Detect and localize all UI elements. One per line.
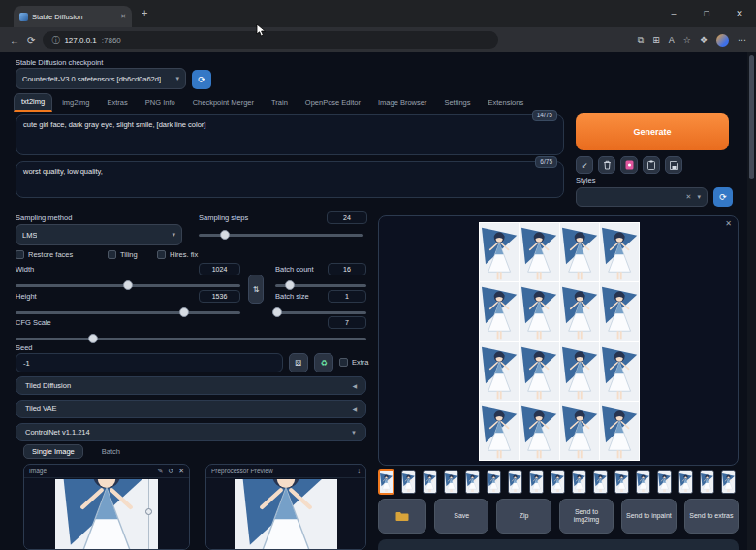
tab-openpose-editor[interactable]: OpenPose Editor — [298, 94, 368, 112]
width-value[interactable]: 1024 — [199, 263, 240, 275]
gallery-thumbnail[interactable] — [721, 470, 736, 494]
gallery-thumbnail[interactable] — [636, 470, 650, 494]
zip-button[interactable]: Zip — [496, 499, 551, 534]
tab-png-info[interactable]: PNG Info — [138, 94, 183, 112]
refresh-checkpoint-button[interactable]: ⟳ — [192, 70, 211, 89]
tab-extensions[interactable]: Extensions — [481, 94, 532, 112]
slider-handle[interactable] — [179, 307, 189, 317]
gallery-thumbnail[interactable] — [572, 470, 586, 494]
tab-extras[interactable]: Extras — [100, 94, 136, 112]
gallery-thumbnail[interactable] — [401, 470, 416, 494]
height-value[interactable]: 1536 — [199, 290, 240, 303]
profile-avatar[interactable] — [716, 34, 729, 47]
batch-size-value[interactable]: 1 — [328, 290, 366, 303]
height-slider[interactable] — [16, 307, 240, 317]
controlnet-image-area[interactable] — [24, 479, 189, 549]
gallery-thumbnail[interactable] — [508, 470, 522, 494]
gallery-thumbnail[interactable] — [551, 470, 565, 494]
negative-prompt-input[interactable]: worst quality, low quality, — [16, 161, 564, 198]
extra-seed-checkbox[interactable]: Extra — [339, 358, 369, 367]
clear-image-icon[interactable]: ✕ — [178, 468, 184, 475]
split-screen-icon[interactable]: ⧉ — [638, 35, 644, 46]
refresh-styles-button[interactable]: ⟳ — [713, 187, 733, 207]
browser-menu-icon[interactable]: ⋯ — [738, 35, 746, 45]
save-style-button[interactable] — [665, 156, 682, 174]
width-slider[interactable] — [16, 280, 240, 290]
tiled-vae-accordion[interactable]: Tiled VAE ◀ — [16, 400, 366, 418]
send-to-extras-button[interactable]: Send to extras — [684, 499, 739, 534]
controlnet-tab-single-image[interactable]: Single Image — [23, 444, 83, 459]
hires-fix-checkbox[interactable]: Hires. fix — [157, 250, 198, 259]
scrollbar-thumb[interactable] — [749, 55, 754, 179]
download-icon[interactable]: ↓ — [358, 468, 362, 474]
tab-close-icon[interactable]: ✕ — [120, 13, 126, 20]
sampling-method-dropdown[interactable]: LMS ▾ — [16, 224, 182, 245]
tab-img2img[interactable]: img2img — [54, 94, 97, 112]
gallery-close-icon[interactable]: ✕ — [725, 219, 732, 228]
slider-handle[interactable] — [123, 280, 133, 290]
sampling-steps-value[interactable]: 24 — [327, 211, 367, 224]
site-info-icon[interactable]: ⓘ — [51, 35, 59, 46]
extra-networks-button[interactable] — [620, 156, 638, 174]
back-icon[interactable]: ← — [10, 35, 19, 46]
random-seed-button[interactable]: ⚄ — [289, 353, 308, 372]
controlnet-accordion[interactable]: ControlNet v1.1.214 ▼ — [16, 423, 366, 441]
open-folder-button[interactable] — [378, 499, 426, 534]
swap-dimensions-button[interactable]: ⇅ — [248, 275, 264, 304]
tiled-diffusion-accordion[interactable]: Tiled Diffusion ◀ — [16, 376, 366, 395]
styles-clear-icon[interactable]: ✕ — [686, 193, 692, 201]
tab-checkpoint-merger[interactable]: Checkpoint Merger — [185, 94, 262, 112]
generate-button[interactable]: Generate — [576, 113, 729, 150]
reload-icon[interactable]: ⟳ — [27, 35, 35, 46]
favorites-star-icon[interactable]: ☆ — [683, 35, 691, 45]
cfg-scale-value[interactable]: 7 — [328, 316, 366, 329]
read-aloud-icon[interactable]: A — [669, 35, 675, 45]
controlnet-image[interactable] — [55, 479, 158, 549]
cfg-scale-slider[interactable] — [16, 334, 366, 343]
tab-train[interactable]: Train — [264, 94, 296, 112]
gallery-thumbnail[interactable] — [465, 470, 480, 494]
gallery-thumbnail[interactable] — [423, 470, 437, 494]
tab-txt2img[interactable]: txt2img — [14, 93, 52, 112]
gallery-thumbnail[interactable] — [593, 470, 608, 494]
styles-dropdown[interactable]: ✕ ▾ — [576, 187, 708, 207]
slider-handle[interactable] — [285, 280, 295, 290]
prompt-input[interactable]: cute girl face, dark gray eye, slight sm… — [16, 114, 564, 155]
batch-count-value[interactable]: 16 — [328, 263, 366, 275]
save-button[interactable]: Save — [434, 499, 488, 534]
reuse-seed-button[interactable]: ♻ — [314, 353, 333, 372]
clear-prompt-button[interactable] — [598, 156, 615, 174]
browser-tab[interactable]: Stable Diffusion ✕ — [14, 6, 132, 27]
restore-faces-checkbox[interactable]: Restore faces — [16, 250, 73, 259]
sampling-steps-slider[interactable] — [199, 230, 363, 240]
send-to-img2img-button[interactable]: Send to img2img — [559, 499, 614, 534]
checkpoint-dropdown[interactable]: Counterfeit-V3.0.safetensors [db6cd0a62d… — [16, 68, 186, 89]
gallery-grid-image[interactable] — [479, 222, 640, 461]
edit-icon[interactable]: ✎ — [157, 468, 163, 475]
maximize-button[interactable]: □ — [690, 0, 723, 27]
paste-params-button[interactable]: ↙ — [576, 156, 593, 174]
gallery-thumbnail[interactable] — [700, 470, 714, 494]
page-scrollbar[interactable] — [747, 52, 756, 550]
gallery-thumbnail[interactable] — [487, 470, 501, 494]
new-tab-button[interactable]: + — [142, 8, 147, 18]
gallery-thumbnail[interactable] — [614, 470, 629, 494]
image-resize-handle[interactable] — [148, 479, 149, 549]
tab-image-browser[interactable]: Image Browser — [370, 94, 434, 112]
slider-handle[interactable] — [88, 334, 98, 343]
preprocessor-preview-image[interactable] — [235, 479, 337, 549]
gallery-thumbnail[interactable] — [529, 470, 544, 494]
gallery-thumbnail[interactable] — [444, 470, 458, 494]
batch-count-slider[interactable] — [275, 280, 366, 290]
apply-styles-button[interactable] — [643, 156, 660, 174]
slider-handle[interactable] — [220, 230, 230, 240]
slider-handle[interactable] — [272, 307, 282, 317]
tab-settings[interactable]: Settings — [436, 94, 478, 112]
gallery-thumbnail[interactable] — [678, 470, 693, 494]
seed-input[interactable]: -1 — [16, 353, 283, 372]
undo-icon[interactable]: ↺ — [168, 468, 173, 475]
send-to-inpaint-button[interactable]: Send to inpaint — [621, 499, 676, 534]
controlnet-tab-batch[interactable]: Batch — [93, 444, 129, 459]
extensions-icon[interactable]: ❖ — [700, 35, 708, 45]
gallery-thumbnail[interactable] — [657, 470, 672, 494]
